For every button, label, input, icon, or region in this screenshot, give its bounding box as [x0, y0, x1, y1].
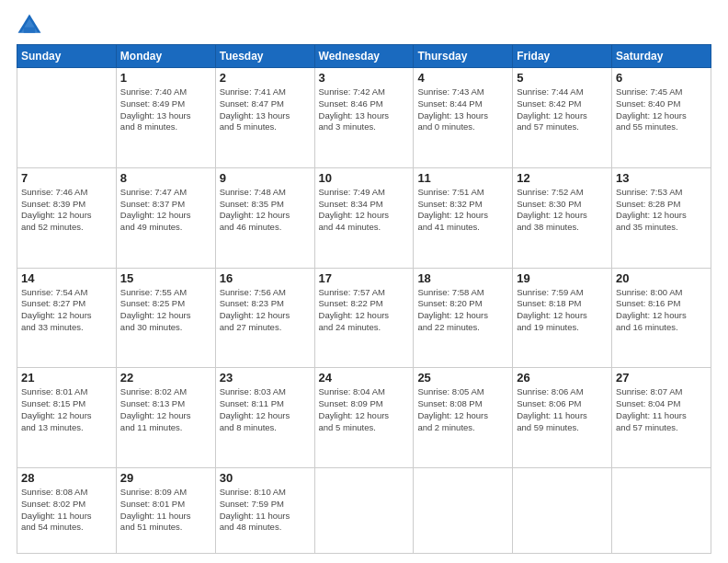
day-number: 30 — [220, 471, 311, 485]
day-number: 26 — [517, 371, 608, 385]
calendar-cell: 14Sunrise: 7:54 AM Sunset: 8:27 PM Dayli… — [17, 268, 117, 368]
calendar-cell: 7Sunrise: 7:46 AM Sunset: 8:39 PM Daylig… — [17, 167, 117, 268]
calendar-header-row: SundayMondayTuesdayWednesdayThursdayFrid… — [17, 45, 711, 68]
header — [17, 13, 711, 39]
calendar-cell: 20Sunrise: 8:00 AM Sunset: 8:16 PM Dayli… — [612, 268, 711, 368]
cell-content: Sunrise: 7:45 AM Sunset: 8:40 PM Dayligh… — [616, 86, 707, 133]
cell-content: Sunrise: 8:08 AM Sunset: 8:02 PM Dayligh… — [21, 487, 112, 534]
cell-content: Sunrise: 7:47 AM Sunset: 8:37 PM Dayligh… — [120, 187, 211, 234]
col-header-saturday: Saturday — [612, 45, 711, 68]
cell-content: Sunrise: 7:41 AM Sunset: 8:47 PM Dayligh… — [220, 86, 311, 133]
cell-content: Sunrise: 7:44 AM Sunset: 8:42 PM Dayligh… — [517, 86, 608, 133]
day-number: 16 — [220, 271, 311, 285]
col-header-tuesday: Tuesday — [215, 45, 314, 68]
cell-content: Sunrise: 7:46 AM Sunset: 8:39 PM Dayligh… — [21, 187, 112, 234]
day-number: 21 — [21, 371, 112, 385]
cell-content: Sunrise: 8:10 AM Sunset: 7:59 PM Dayligh… — [220, 487, 311, 534]
calendar-cell: 1Sunrise: 7:40 AM Sunset: 8:49 PM Daylig… — [116, 68, 215, 168]
cell-content: Sunrise: 7:58 AM Sunset: 8:20 PM Dayligh… — [417, 287, 508, 334]
col-header-friday: Friday — [513, 45, 612, 68]
calendar-cell: 16Sunrise: 7:56 AM Sunset: 8:23 PM Dayli… — [215, 268, 314, 368]
cell-content: Sunrise: 7:55 AM Sunset: 8:25 PM Dayligh… — [120, 287, 211, 334]
calendar-cell: 22Sunrise: 8:02 AM Sunset: 8:13 PM Dayli… — [116, 368, 215, 468]
cell-content: Sunrise: 7:59 AM Sunset: 8:18 PM Dayligh… — [517, 287, 608, 334]
calendar-cell: 17Sunrise: 7:57 AM Sunset: 8:22 PM Dayli… — [314, 268, 414, 368]
day-number: 22 — [120, 371, 211, 385]
logo — [17, 13, 46, 39]
day-number: 24 — [319, 371, 410, 385]
calendar-cell: 18Sunrise: 7:58 AM Sunset: 8:20 PM Dayli… — [414, 268, 513, 368]
calendar-row-0: 1Sunrise: 7:40 AM Sunset: 8:49 PM Daylig… — [17, 68, 711, 168]
calendar-cell: 12Sunrise: 7:52 AM Sunset: 8:30 PM Dayli… — [513, 167, 612, 268]
page: SundayMondayTuesdayWednesdayThursdayFrid… — [0, 0, 728, 563]
calendar-cell: 9Sunrise: 7:48 AM Sunset: 8:35 PM Daylig… — [215, 167, 314, 268]
cell-content: Sunrise: 7:48 AM Sunset: 8:35 PM Dayligh… — [220, 187, 311, 234]
calendar-cell: 2Sunrise: 7:41 AM Sunset: 8:47 PM Daylig… — [215, 68, 314, 168]
cell-content: Sunrise: 7:52 AM Sunset: 8:30 PM Dayligh… — [517, 187, 608, 234]
day-number: 8 — [120, 171, 211, 185]
calendar-cell: 27Sunrise: 8:07 AM Sunset: 8:04 PM Dayli… — [612, 368, 711, 468]
day-number: 28 — [21, 471, 112, 485]
col-header-monday: Monday — [116, 45, 215, 68]
day-number: 27 — [616, 371, 707, 385]
calendar-cell: 6Sunrise: 7:45 AM Sunset: 8:40 PM Daylig… — [612, 68, 711, 168]
cell-content: Sunrise: 7:49 AM Sunset: 8:34 PM Dayligh… — [319, 187, 410, 234]
day-number: 3 — [319, 71, 410, 85]
cell-content: Sunrise: 8:00 AM Sunset: 8:16 PM Dayligh… — [616, 287, 707, 334]
calendar-cell: 13Sunrise: 7:53 AM Sunset: 8:28 PM Dayli… — [612, 167, 711, 268]
cell-content: Sunrise: 7:57 AM Sunset: 8:22 PM Dayligh… — [319, 287, 410, 334]
calendar-cell: 4Sunrise: 7:43 AM Sunset: 8:44 PM Daylig… — [414, 68, 513, 168]
calendar-cell: 10Sunrise: 7:49 AM Sunset: 8:34 PM Dayli… — [314, 167, 414, 268]
calendar-cell: 26Sunrise: 8:06 AM Sunset: 8:06 PM Dayli… — [513, 368, 612, 468]
calendar-cell — [17, 68, 117, 168]
col-header-sunday: Sunday — [17, 45, 117, 68]
cell-content: Sunrise: 7:53 AM Sunset: 8:28 PM Dayligh… — [616, 187, 707, 234]
cell-content: Sunrise: 8:03 AM Sunset: 8:11 PM Dayligh… — [220, 386, 311, 433]
cell-content: Sunrise: 7:56 AM Sunset: 8:23 PM Dayligh… — [220, 287, 311, 334]
calendar-cell: 23Sunrise: 8:03 AM Sunset: 8:11 PM Dayli… — [215, 368, 314, 468]
day-number: 1 — [120, 71, 211, 85]
day-number: 14 — [21, 271, 112, 285]
day-number: 29 — [120, 471, 211, 485]
cell-content: Sunrise: 7:42 AM Sunset: 8:46 PM Dayligh… — [319, 86, 410, 133]
day-number: 5 — [517, 71, 608, 85]
day-number: 18 — [417, 271, 508, 285]
day-number: 25 — [417, 371, 508, 385]
day-number: 11 — [417, 171, 508, 185]
calendar-row-2: 14Sunrise: 7:54 AM Sunset: 8:27 PM Dayli… — [17, 268, 711, 368]
calendar-cell — [612, 468, 711, 554]
calendar-cell — [414, 468, 513, 554]
calendar-row-3: 21Sunrise: 8:01 AM Sunset: 8:15 PM Dayli… — [17, 368, 711, 468]
cell-content: Sunrise: 8:02 AM Sunset: 8:13 PM Dayligh… — [120, 386, 211, 433]
cell-content: Sunrise: 7:54 AM Sunset: 8:27 PM Dayligh… — [21, 287, 112, 334]
day-number: 17 — [319, 271, 410, 285]
cell-content: Sunrise: 8:05 AM Sunset: 8:08 PM Dayligh… — [417, 386, 508, 433]
cell-content: Sunrise: 8:06 AM Sunset: 8:06 PM Dayligh… — [517, 386, 608, 433]
cell-content: Sunrise: 8:07 AM Sunset: 8:04 PM Dayligh… — [616, 386, 707, 433]
calendar-cell: 29Sunrise: 8:09 AM Sunset: 8:01 PM Dayli… — [116, 468, 215, 554]
calendar-cell: 30Sunrise: 8:10 AM Sunset: 7:59 PM Dayli… — [215, 468, 314, 554]
calendar-cell: 15Sunrise: 7:55 AM Sunset: 8:25 PM Dayli… — [116, 268, 215, 368]
col-header-thursday: Thursday — [414, 45, 513, 68]
logo-icon — [17, 13, 42, 39]
cell-content: Sunrise: 8:01 AM Sunset: 8:15 PM Dayligh… — [21, 386, 112, 433]
day-number: 10 — [319, 171, 410, 185]
cell-content: Sunrise: 7:43 AM Sunset: 8:44 PM Dayligh… — [417, 86, 508, 133]
cell-content: Sunrise: 8:09 AM Sunset: 8:01 PM Dayligh… — [120, 487, 211, 534]
calendar: SundayMondayTuesdayWednesdayThursdayFrid… — [17, 44, 711, 554]
cell-content: Sunrise: 8:04 AM Sunset: 8:09 PM Dayligh… — [319, 386, 410, 433]
calendar-cell — [314, 468, 414, 554]
calendar-row-4: 28Sunrise: 8:08 AM Sunset: 8:02 PM Dayli… — [17, 468, 711, 554]
calendar-cell: 24Sunrise: 8:04 AM Sunset: 8:09 PM Dayli… — [314, 368, 414, 468]
cell-content: Sunrise: 7:51 AM Sunset: 8:32 PM Dayligh… — [417, 187, 508, 234]
calendar-cell: 8Sunrise: 7:47 AM Sunset: 8:37 PM Daylig… — [116, 167, 215, 268]
calendar-cell — [513, 468, 612, 554]
calendar-cell: 28Sunrise: 8:08 AM Sunset: 8:02 PM Dayli… — [17, 468, 117, 554]
day-number: 6 — [616, 71, 707, 85]
day-number: 23 — [220, 371, 311, 385]
calendar-cell: 3Sunrise: 7:42 AM Sunset: 8:46 PM Daylig… — [314, 68, 414, 168]
day-number: 2 — [220, 71, 311, 85]
svg-rect-2 — [24, 28, 35, 33]
calendar-row-1: 7Sunrise: 7:46 AM Sunset: 8:39 PM Daylig… — [17, 167, 711, 268]
cell-content: Sunrise: 7:40 AM Sunset: 8:49 PM Dayligh… — [120, 86, 211, 133]
